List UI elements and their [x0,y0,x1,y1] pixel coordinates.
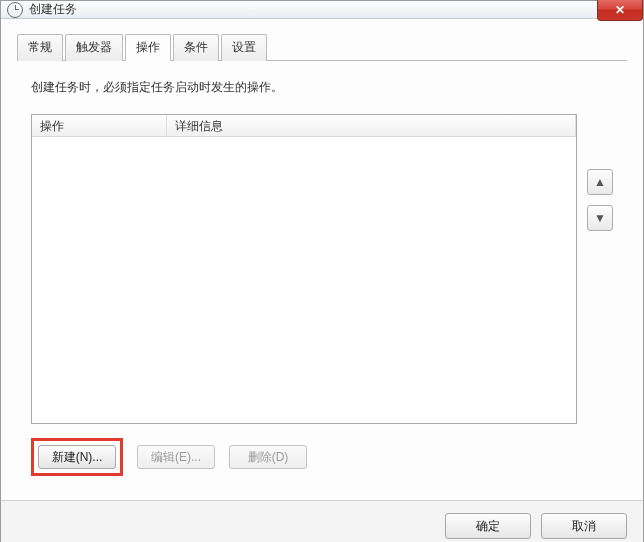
tab-strip: 常规 触发器 操作 条件 设置 [17,33,627,61]
titlebar: 创建任务 ✕ [1,1,643,19]
close-button[interactable]: ✕ [597,0,643,21]
delete-button: 删除(D) [229,445,307,469]
close-icon: ✕ [615,3,625,17]
tab-panel-actions: 创建任务时，必须指定任务启动时发生的操作。 操作 详细信息 ▲ ▼ [17,61,627,488]
clock-icon [7,2,23,18]
chevron-down-icon: ▼ [594,211,606,225]
content-area: 常规 触发器 操作 条件 设置 创建任务时，必须指定任务启动时发生的操作。 操作… [1,19,643,500]
cancel-button[interactable]: 取消 [541,513,627,539]
table-area: 操作 详细信息 ▲ ▼ [31,114,613,424]
highlight-box: 新建(N)... [31,438,123,476]
tab-conditions[interactable]: 条件 [173,34,219,61]
window-title: 创建任务 [29,1,77,18]
ok-button[interactable]: 确定 [445,513,531,539]
move-down-button[interactable]: ▼ [587,205,613,231]
column-header-action[interactable]: 操作 [32,115,167,136]
tab-settings[interactable]: 设置 [221,34,267,61]
dialog-window: 创建任务 ✕ 常规 触发器 操作 条件 设置 创建任务时，必须指定任务启动时发生… [0,0,644,542]
action-buttons-row: 新建(N)... 编辑(E)... 删除(D) [31,438,613,476]
move-up-button[interactable]: ▲ [587,169,613,195]
edit-button: 编辑(E)... [137,445,215,469]
column-header-detail[interactable]: 详细信息 [167,115,576,136]
list-header: 操作 详细信息 [32,115,576,137]
tab-actions[interactable]: 操作 [125,34,171,61]
reorder-buttons: ▲ ▼ [587,169,613,231]
chevron-up-icon: ▲ [594,175,606,189]
tab-general[interactable]: 常规 [17,34,63,61]
dialog-footer: 确定 取消 [1,500,643,542]
panel-description: 创建任务时，必须指定任务启动时发生的操作。 [31,79,613,96]
tab-triggers[interactable]: 触发器 [65,34,123,61]
actions-list[interactable]: 操作 详细信息 [31,114,577,424]
new-button[interactable]: 新建(N)... [38,445,116,469]
